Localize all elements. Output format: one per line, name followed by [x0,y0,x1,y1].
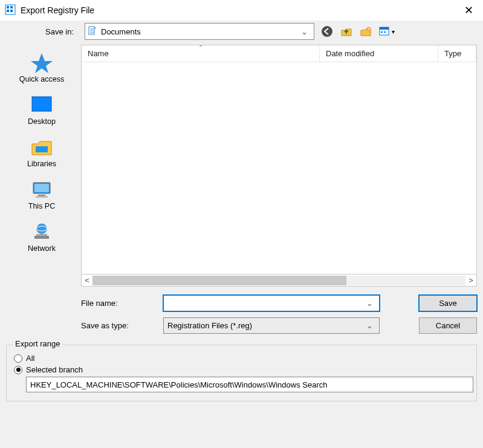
place-network[interactable]: Network [28,221,56,253]
places-bar: Quick access Desktop Libraries This PC N… [6,45,77,334]
main-area: Quick access Desktop Libraries This PC N… [0,45,483,334]
svg-rect-23 [36,196,48,198]
save-in-toolbar: Save in: Documents ⌄ ✦ ▾ [0,21,483,45]
place-label: Network [28,244,56,253]
title-bar: Export Registry File ✕ [0,0,483,21]
svg-rect-1 [7,6,9,8]
svg-rect-2 [10,6,13,8]
place-this-pc[interactable]: This PC [28,179,55,210]
scrollbar-track[interactable] [92,276,465,285]
radio-all[interactable]: All [14,354,469,363]
documents-icon [88,26,97,37]
save-in-value: Documents [101,27,297,36]
file-list-body[interactable] [82,62,476,274]
scroll-right-arrow-icon[interactable]: > [465,276,476,285]
sort-ascending-icon: ⌃ [198,44,203,51]
close-button[interactable]: ✕ [459,1,478,19]
horizontal-scrollbar[interactable]: < > [81,274,477,287]
file-list[interactable]: ⌃ Name Date modified Type [81,45,477,274]
svg-rect-27 [36,234,47,236]
radio-selected-branch-label: Selected branch [26,365,83,374]
place-label: Quick access [19,75,64,83]
svg-rect-4 [10,10,13,12]
column-headers: ⌃ Name Date modified Type [82,45,476,62]
branch-path-input[interactable]: HKEY_LOCAL_MACHINE\SOFTWARE\Policies\Mic… [26,377,473,392]
save-as-type-dropdown[interactable]: Registration Files (*.reg) ⌄ [163,317,380,334]
save-in-label: Save in: [6,27,79,36]
save-button[interactable]: Save [419,295,477,311]
new-folder-button[interactable]: ✦ [359,25,372,38]
place-desktop[interactable]: Desktop [28,94,56,126]
svg-marker-16 [31,53,53,73]
place-libraries[interactable]: Libraries [27,137,56,168]
export-range-legend: Export range [13,339,62,348]
svg-rect-14 [381,31,383,33]
svg-rect-26 [34,236,49,239]
file-name-label: File name: [81,299,155,308]
scrollbar-thumb[interactable] [92,276,346,285]
dropdown-arrow-icon: ▾ [392,28,395,35]
cancel-button[interactable]: Cancel [419,317,477,334]
save-in-dropdown[interactable]: Documents ⌄ [85,23,314,40]
radio-all-label: All [26,354,34,363]
place-label: Libraries [27,160,56,168]
column-header-name[interactable]: ⌃ Name [82,45,320,62]
svg-rect-21 [34,184,49,192]
svg-rect-22 [38,195,45,196]
radio-selected-branch[interactable]: Selected branch [14,365,469,374]
radio-checked-icon [14,366,22,374]
chevron-down-icon: ⌄ [297,27,311,36]
chevron-down-icon: ⌄ [364,321,375,330]
save-as-type-label: Save as type: [81,321,155,330]
svg-rect-13 [380,27,389,30]
view-menu-button[interactable]: ▾ [378,25,395,38]
regedit-icon [5,4,16,17]
svg-rect-17 [32,97,51,111]
export-range-group: Export range All Selected branch HKEY_LO… [6,345,477,401]
window-title: Export Registry File [21,5,94,15]
file-name-input[interactable]: ⌄ [163,295,380,311]
radio-icon [14,354,22,363]
column-header-type[interactable]: Type [438,45,476,62]
save-as-type-value: Registration Files (*.reg) [167,321,364,330]
place-label: This PC [28,202,55,210]
up-one-level-button[interactable] [340,25,353,38]
branch-path-value: HKEY_LOCAL_MACHINE\SOFTWARE\Policies\Mic… [30,380,327,389]
column-header-date-modified[interactable]: Date modified [320,45,438,62]
svg-rect-3 [7,10,9,12]
scroll-left-arrow-icon[interactable]: < [82,276,92,285]
svg-point-9 [322,26,332,37]
chevron-down-icon: ⌄ [364,299,375,308]
svg-rect-15 [384,31,386,33]
place-label: Desktop [28,117,56,126]
place-quick-access[interactable]: Quick access [19,52,64,83]
svg-rect-19 [36,146,48,152]
svg-text:✦: ✦ [368,27,371,31]
back-button[interactable] [320,25,334,38]
